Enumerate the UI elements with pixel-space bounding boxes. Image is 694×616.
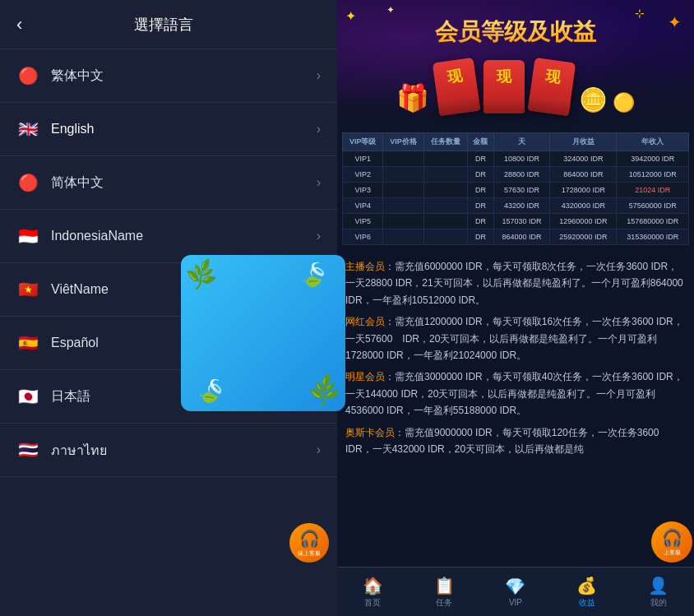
left-customer-service-button[interactable]: 🎧 線上客服 (289, 523, 329, 563)
hongbao-group (434, 52, 574, 113)
nav-item-home[interactable]: 🏠 首页 (337, 576, 409, 609)
nav-label-profile: 我的 (650, 597, 667, 609)
banner-title: 会员等级及收益 (345, 16, 686, 48)
cell-day: 10800 IDR (493, 151, 550, 167)
lang-label-thai: ภาษาไทย (51, 440, 317, 461)
cell-vip-level: VIP1 (343, 151, 383, 167)
desc-paragraph-1: 主播会员：需充值6000000 IDR，每天可领取8次任务，一次任务3600 I… (345, 258, 686, 308)
leaf-decoration-tr: 🍃 (296, 257, 332, 293)
headset-icon: 🎧 (299, 529, 320, 549)
desc-highlight-4: 奥斯卡会员 (345, 427, 395, 438)
nav-item-vip[interactable]: 💎 VIP (480, 577, 552, 607)
cell-vip-level: VIP3 (343, 183, 383, 198)
cell-amount: DR (468, 183, 493, 198)
desc-paragraph-2: 网红会员：需充值1200000 IDR，每天可领取16次任务，一次任务3600 … (345, 313, 686, 364)
cell-monthly: 12960000 IDR (550, 214, 617, 229)
leaf-decoration-br: 🌿 (305, 372, 344, 410)
headset-icon-right: 🎧 (662, 528, 682, 548)
cell-vip-price (383, 151, 423, 167)
leaf-decoration-tl: 🌿 (183, 257, 220, 293)
coins-icon: 🪙 (579, 86, 608, 113)
table-row: VIP5 DR 157030 IDR 12960000 IDR 15768000… (343, 214, 689, 229)
profile-icon: 👤 (648, 576, 669, 595)
cell-amount: DR (468, 229, 493, 245)
cell-vip-price (383, 198, 423, 214)
cell-vip-level: VIP2 (343, 167, 383, 183)
cell-amount: DR (468, 198, 493, 214)
cell-day: 157030 IDR (493, 214, 550, 229)
banner-gift-area: 🎁 🪙 🟡 (345, 52, 686, 113)
lang-item-thai[interactable]: 🇹🇭 ภาษาไทย › (0, 424, 337, 477)
hongbao-3 (528, 58, 576, 116)
nav-item-earnings[interactable]: 💰 收益 (551, 576, 622, 609)
chevron-icon: › (317, 175, 321, 190)
cell-annual: 315360000 IDR (617, 229, 689, 245)
nav-label-tasks: 任务 (436, 597, 452, 609)
nav-label-earnings: 收益 (579, 597, 595, 609)
right-content: ✦ ✦ ✦ ⊹ 会员等级及收益 🎁 🪙 🟡 VIP等级 (337, 0, 694, 616)
lang-item-traditional-chinese[interactable]: 🔴 繁体中文 › (0, 49, 337, 103)
hongbao-1 (433, 58, 481, 116)
nav-label-vip: VIP (509, 598, 522, 607)
cell-monthly: 864000 IDR (550, 167, 617, 183)
flag-indonesia: 🇮🇩 (16, 225, 39, 248)
vip-table-section: VIP等级 VIP价格 任务数量 金额 天 月收益 年收入 VIP1 DR (337, 126, 694, 252)
lang-item-simplified-chinese[interactable]: 🔴 简体中文 › (0, 156, 337, 210)
cell-day: 864000 IDR (493, 229, 550, 245)
col-header-day: 天 (493, 133, 550, 151)
col-header-amount: 金额 (468, 133, 493, 151)
cell-task-count (423, 167, 468, 183)
cell-task-count (423, 198, 468, 214)
table-row: VIP3 DR 57630 IDR 1728000 IDR 21024 IDR (343, 183, 689, 198)
popup-overlay: 🌿 🍃 🍃 🌿 (181, 255, 345, 411)
spark-decoration-4: ⊹ (635, 7, 645, 20)
nav-label-home: 首页 (364, 597, 381, 609)
table-row: VIP4 DR 43200 IDR 4320000 IDR 57560000 I… (343, 198, 689, 214)
cell-task-count (423, 151, 468, 167)
col-header-vip-level: VIP等级 (343, 133, 383, 151)
hongbao-2 (483, 60, 525, 113)
coin-stack-icon: 🟡 (613, 92, 635, 113)
cell-vip-price (383, 183, 423, 198)
nav-item-tasks[interactable]: 📋 任务 (409, 576, 480, 609)
earnings-icon: 💰 (576, 576, 597, 595)
table-row: VIP6 DR 864000 IDR 25920000 IDR 31536000… (343, 229, 689, 245)
lang-label-traditional-chinese: 繁体中文 (51, 67, 317, 85)
cell-vip-level: VIP4 (343, 198, 383, 214)
nav-item-profile[interactable]: 👤 我的 (622, 576, 694, 609)
chevron-icon: › (317, 442, 321, 457)
right-cs-label: 上客服 (664, 549, 681, 557)
vip-table: VIP等级 VIP价格 任务数量 金额 天 月收益 年收入 VIP1 DR (342, 132, 689, 245)
cell-task-count (423, 229, 468, 245)
cell-task-count (423, 214, 468, 229)
flag-simplified-chinese: 🔴 (16, 171, 39, 194)
cell-annual: 157680000 IDR (617, 214, 689, 229)
table-row: VIP2 DR 28800 IDR 864000 IDR 10512000 ID… (343, 167, 689, 183)
chevron-icon: › (317, 229, 321, 243)
flag-thai: 🇹🇭 (16, 438, 39, 461)
cell-amount: DR (468, 214, 493, 229)
bottom-navigation: 🏠 首页 📋 任务 💎 VIP 💰 收益 👤 我的 (337, 567, 694, 616)
tasks-icon: 📋 (434, 576, 455, 595)
desc-highlight-3: 明星会员 (345, 371, 385, 382)
flag-traditional-chinese: 🔴 (16, 64, 39, 87)
right-customer-service-button[interactable]: 🎧 上客服 (651, 521, 692, 563)
spark-decoration-3: ✦ (386, 4, 395, 16)
spark-decoration-2: ✦ (668, 12, 682, 32)
cell-vip-price (383, 214, 423, 229)
cell-monthly: 4320000 IDR (550, 198, 617, 214)
cell-task-count (423, 183, 468, 198)
cell-vip-level: VIP5 (343, 214, 383, 229)
col-header-annual: 年收入 (617, 133, 689, 151)
flag-japanese: 🇯🇵 (16, 385, 39, 408)
cell-amount: DR (468, 151, 493, 167)
cell-annual: 57560000 IDR (617, 198, 689, 214)
vip-icon: 💎 (505, 577, 525, 596)
table-row: VIP1 DR 10800 IDR 324000 IDR 3942000 IDR (343, 151, 689, 167)
desc-highlight-2: 网红会员 (345, 316, 385, 327)
cell-monthly: 1728000 IDR (550, 183, 617, 198)
back-button[interactable]: ‹ (16, 14, 22, 35)
desc-highlight-1: 主播会员 (345, 261, 385, 272)
flag-english: 🇬🇧 (16, 118, 39, 141)
lang-item-english[interactable]: 🇬🇧 English › (0, 103, 337, 156)
